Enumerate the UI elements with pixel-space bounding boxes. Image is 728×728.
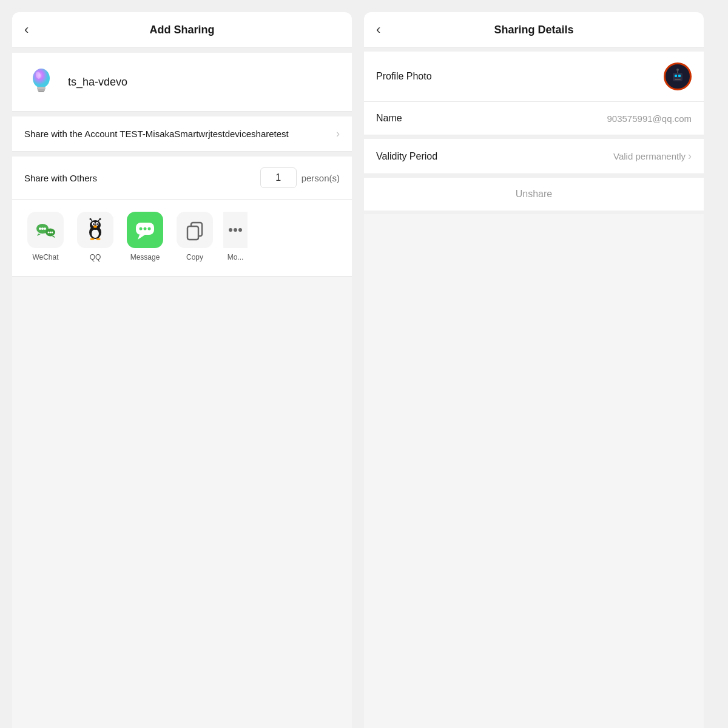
message-icon bbox=[127, 212, 163, 248]
svg-rect-45 bbox=[675, 75, 677, 77]
svg-point-41 bbox=[234, 228, 237, 232]
more-label: Mo... bbox=[223, 253, 248, 261]
svg-point-11 bbox=[48, 232, 50, 234]
wechat-label: WeChat bbox=[32, 253, 58, 261]
more-app-item[interactable]: Mo... bbox=[223, 212, 248, 261]
svg-rect-47 bbox=[675, 79, 681, 80]
svg-point-12 bbox=[50, 232, 52, 234]
svg-rect-3 bbox=[38, 91, 44, 92]
left-back-button[interactable]: ‹ bbox=[24, 23, 29, 36]
svg-point-21 bbox=[96, 223, 98, 225]
validity-row[interactable]: Validity Period Valid permanently › bbox=[364, 139, 704, 174]
device-icon bbox=[24, 65, 58, 99]
section-divider-3 bbox=[12, 152, 352, 157]
left-content-area bbox=[12, 277, 352, 728]
share-count-box: person(s) bbox=[260, 167, 340, 188]
svg-rect-2 bbox=[38, 89, 45, 91]
device-section: ts_ha-vdevo bbox=[12, 53, 352, 111]
share-account-item[interactable]: Share with the Account TEST-MisakaSmartw… bbox=[12, 116, 352, 151]
profile-photo-row: Profile Photo bbox=[364, 52, 704, 101]
svg-point-30 bbox=[99, 218, 101, 220]
svg-rect-38 bbox=[187, 226, 198, 240]
svg-point-16 bbox=[92, 229, 99, 238]
unshare-section[interactable]: Unshare bbox=[364, 178, 704, 211]
more-icon bbox=[223, 212, 248, 248]
profile-photo-label: Profile Photo bbox=[376, 71, 432, 82]
name-label: Name bbox=[376, 113, 402, 124]
svg-point-33 bbox=[140, 228, 143, 231]
validity-label: Validity Period bbox=[376, 151, 437, 162]
right-content-area bbox=[364, 214, 704, 728]
share-others-section: Share with Others person(s) bbox=[12, 157, 352, 199]
share-others-label: Share with Others bbox=[24, 173, 97, 183]
svg-point-13 bbox=[52, 232, 53, 234]
unshare-label: Unshare bbox=[516, 189, 552, 199]
svg-point-24 bbox=[93, 226, 97, 228]
left-panel: ‹ Add Sharing bbox=[12, 12, 352, 728]
right-header-title: Sharing Details bbox=[494, 24, 573, 36]
apps-section: WeChat bbox=[12, 200, 352, 276]
svg-rect-46 bbox=[678, 75, 681, 77]
svg-point-8 bbox=[41, 228, 44, 230]
svg-point-9 bbox=[44, 228, 46, 230]
validity-chevron-icon: › bbox=[688, 150, 692, 163]
validity-value: Valid permanently bbox=[613, 151, 686, 161]
svg-point-17 bbox=[90, 220, 101, 230]
svg-point-22 bbox=[93, 223, 94, 224]
svg-point-29 bbox=[90, 218, 92, 220]
share-count-input[interactable] bbox=[260, 167, 297, 188]
qq-app-item[interactable]: QQ bbox=[74, 212, 116, 261]
right-back-button[interactable]: ‹ bbox=[376, 23, 380, 36]
name-value: 903575991@qq.com bbox=[607, 113, 692, 124]
svg-point-42 bbox=[238, 228, 242, 232]
copy-label: Copy bbox=[186, 253, 203, 261]
svg-point-20 bbox=[93, 223, 95, 225]
right-header: ‹ Sharing Details bbox=[364, 12, 704, 47]
svg-point-23 bbox=[97, 223, 98, 224]
device-name: ts_ha-vdevo bbox=[68, 76, 127, 89]
section-divider-2 bbox=[12, 112, 352, 116]
svg-point-40 bbox=[229, 228, 232, 232]
svg-point-34 bbox=[144, 228, 147, 231]
share-account-chevron-icon: › bbox=[336, 127, 340, 140]
validity-value-group: Valid permanently › bbox=[613, 150, 692, 163]
qq-label: QQ bbox=[90, 253, 101, 261]
svg-point-7 bbox=[39, 228, 41, 230]
left-header: ‹ Add Sharing bbox=[12, 12, 352, 47]
copy-app-item[interactable]: Copy bbox=[174, 212, 216, 261]
svg-point-0 bbox=[33, 69, 50, 88]
section-divider-1 bbox=[12, 48, 352, 53]
wechat-app-item[interactable]: WeChat bbox=[24, 212, 67, 261]
message-label: Message bbox=[130, 253, 160, 261]
qq-icon bbox=[77, 212, 113, 248]
left-header-title: Add Sharing bbox=[150, 24, 215, 36]
copy-icon bbox=[177, 212, 213, 248]
name-row: Name 903575991@qq.com bbox=[364, 102, 704, 135]
wechat-icon bbox=[27, 212, 64, 248]
right-panel: ‹ Sharing Details Profile Photo Name bbox=[364, 12, 704, 728]
share-account-text: Share with the Account TEST-MisakaSmartw… bbox=[24, 127, 330, 140]
avatar bbox=[664, 62, 692, 90]
svg-point-35 bbox=[148, 228, 151, 231]
persons-label: person(s) bbox=[302, 173, 340, 183]
svg-point-49 bbox=[676, 69, 679, 71]
svg-point-25 bbox=[90, 238, 95, 240]
message-app-item[interactable]: Message bbox=[124, 212, 166, 261]
svg-point-26 bbox=[96, 238, 101, 240]
